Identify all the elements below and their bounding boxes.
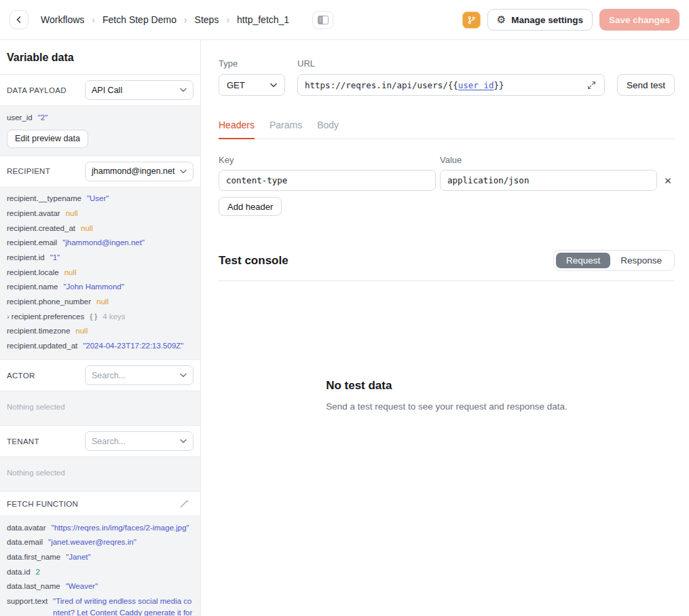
variable-value: "janet.weaver@reqres.in"	[48, 537, 136, 548]
toggle-response[interactable]: Response	[610, 253, 672, 268]
fetch-function-variables: data.avatar"https://reqres.in/img/faces/…	[0, 515, 200, 616]
expand-url-editor-button[interactable]	[586, 79, 597, 91]
tenant-empty: Nothing selected	[0, 456, 200, 492]
breadcrumb-item[interactable]: Workflows	[41, 14, 84, 25]
chevron-down-icon	[180, 88, 187, 92]
request-response-toggle: RequestResponse	[553, 250, 675, 271]
header-editor-labels: Key Value	[219, 155, 675, 165]
variable-value: null	[64, 267, 77, 278]
tab-body[interactable]: Body	[317, 120, 339, 139]
tenant-row: TENANT Search...	[0, 426, 200, 456]
variable-key: data.avatar	[7, 522, 46, 534]
actor-placeholder: Search...	[92, 371, 126, 380]
app: Workflows›Fetch Step Demo›Steps›http_fet…	[0, 0, 689, 616]
remove-header-button[interactable]: ✕	[661, 175, 675, 186]
url-field-group: URL https://reqres.in/api/users/{{user_i…	[297, 58, 605, 96]
variable-value: "jhammond@ingen.net"	[62, 237, 145, 249]
edit-preview-data-button[interactable]: Edit preview data	[7, 130, 88, 148]
test-console-header: Test console RequestResponse	[219, 250, 675, 281]
recipient-select[interactable]: jhammond@ingen.net	[85, 162, 193, 181]
back-button[interactable]	[10, 10, 29, 29]
breadcrumb-separator-icon: ›	[184, 14, 187, 25]
git-branch-icon	[467, 16, 476, 24]
tab-headers[interactable]: Headers	[219, 120, 255, 139]
actor-row: ACTOR Search...	[0, 360, 200, 391]
no-test-data-title: No test data	[326, 379, 567, 393]
variable-value: null	[66, 208, 78, 219]
variable-value: null	[81, 223, 93, 234]
tenant-search-select[interactable]: Search...	[85, 431, 193, 451]
commit-changes-badge[interactable]	[462, 12, 481, 29]
top-header: Workflows›Fetch Step Demo›Steps›http_fet…	[0, 0, 689, 40]
test-console-empty-state: No test data Send a test request to see …	[219, 379, 675, 412]
manage-settings-label: Manage settings	[511, 15, 583, 25]
actor-search-select[interactable]: Search...	[85, 365, 193, 385]
variable-row: data.id2	[0, 564, 200, 579]
tab-params[interactable]: Params	[269, 120, 302, 139]
edit-fetch-function-button[interactable]	[175, 497, 193, 510]
variable-key: recipient.__typename	[7, 193, 81, 204]
variable-row: recipient.avatarnull	[0, 206, 200, 221]
variable-key: recipient.created_at	[7, 223, 75, 234]
recipient-label: RECIPIENT	[7, 167, 50, 175]
method-select[interactable]: GET	[219, 74, 285, 96]
save-changes-button[interactable]: Save changes	[599, 9, 679, 31]
value-column-label: Value	[440, 155, 657, 165]
pencil-icon	[179, 499, 189, 509]
chevron-right-icon: ›	[7, 311, 10, 323]
variable-value: "1"	[50, 252, 60, 264]
variable-data-sidebar: Variable data DATA PAYLOAD API Call user…	[0, 40, 201, 616]
variable-key: support.text	[7, 596, 48, 607]
fetch-function-label: FETCH FUNCTION	[7, 500, 78, 508]
variable-key: recipient.name	[7, 281, 58, 293]
tenant-empty-text: Nothing selected	[0, 461, 200, 485]
variable-row: recipient.localenull	[0, 265, 200, 280]
variable-row: data.avatar"https://reqres.in/img/faces/…	[0, 520, 200, 535]
actor-label: ACTOR	[7, 372, 35, 380]
toggle-sidebar-button[interactable]	[312, 11, 333, 29]
request-tabs: HeadersParamsBody	[219, 120, 675, 139]
header-value-input[interactable]	[440, 170, 657, 191]
breadcrumb-item[interactable]: Fetch Step Demo	[103, 14, 176, 25]
manage-settings-button[interactable]: ⚙ Manage settings	[487, 9, 593, 31]
add-header-button[interactable]: Add header	[219, 197, 282, 216]
recipient-variables: recipient.__typename"User"recipient.avat…	[0, 187, 200, 360]
recipient-selected: jhammond@ingen.net	[92, 166, 175, 176]
step-editor-main: Type GET URL https://reqres.in/api/users…	[201, 40, 689, 616]
header-key-input[interactable]	[219, 170, 436, 191]
actor-empty: Nothing selected	[0, 391, 200, 426]
variable-row[interactable]: ›recipient.preferences{ }4 keys	[0, 309, 200, 324]
data-payload-selected: API Call	[92, 86, 122, 95]
variable-key: recipient.id	[7, 252, 45, 264]
header-row: ✕	[219, 170, 675, 191]
variable-key: recipient.preferences	[12, 311, 84, 323]
data-payload-row: DATA PAYLOAD API Call	[0, 75, 200, 105]
variable-key: user_id	[7, 112, 33, 124]
variable-value: "https://reqres.in/img/faces/2-image.jpg…	[52, 522, 189, 534]
variable-value: "User"	[87, 193, 109, 204]
variable-key: recipient.locale	[7, 267, 59, 278]
data-payload-preview: user_id"2" Edit preview data	[0, 105, 200, 156]
data-payload-label: DATA PAYLOAD	[7, 86, 67, 94]
breadcrumb-item[interactable]: http_fetch_1	[237, 14, 289, 25]
chevron-left-icon	[15, 16, 23, 24]
header-rows: ✕	[219, 170, 675, 191]
breadcrumb: Workflows›Fetch Step Demo›Steps›http_fet…	[41, 14, 289, 25]
method-value: GET	[227, 80, 245, 90]
data-payload-select[interactable]: API Call	[85, 80, 193, 100]
tenant-label: TENANT	[7, 437, 39, 446]
variable-value: "2"	[38, 112, 48, 124]
breadcrumb-item[interactable]: Steps	[195, 14, 219, 25]
variable-row: recipient.phone_numbernull	[0, 294, 200, 309]
url-input[interactable]: https://reqres.in/api/users/{{user_id}}	[297, 74, 605, 96]
variable-value: "Tired of writing endless social media c…	[53, 596, 193, 616]
toggle-request[interactable]: Request	[556, 253, 610, 268]
variable-row: user_id"2"	[0, 110, 200, 125]
sidebar-panel-icon	[318, 16, 329, 24]
type-field-group: Type GET	[219, 58, 285, 96]
variable-key: recipient.avatar	[7, 208, 60, 219]
tenant-placeholder: Search...	[92, 437, 126, 446]
send-test-button[interactable]: Send test	[617, 74, 675, 96]
test-console-title: Test console	[219, 254, 288, 268]
recipient-row: RECIPIENT jhammond@ingen.net	[0, 156, 200, 187]
